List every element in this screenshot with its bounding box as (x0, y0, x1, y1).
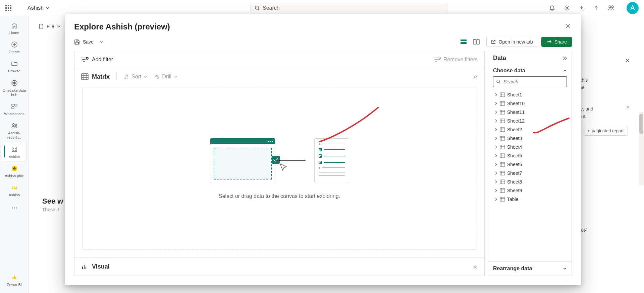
avatar-initial: A (630, 4, 635, 12)
stacked-view-button[interactable] (460, 39, 468, 45)
svg-rect-41 (500, 189, 505, 193)
collapse-visual-button[interactable] (473, 265, 478, 269)
chevron-right-icon (494, 128, 498, 131)
data-table-item[interactable]: Sheet7 (488, 169, 572, 177)
table-icon (500, 179, 505, 184)
report-icon (11, 184, 18, 192)
rearrange-data-header[interactable]: Rearrange data (488, 261, 572, 276)
chevron-right-icon (494, 119, 498, 123)
close-icon (565, 23, 571, 29)
onelake-icon (11, 79, 18, 87)
table-icon (500, 101, 505, 106)
share-button[interactable]: Share (541, 37, 572, 47)
svg-rect-39 (500, 171, 505, 175)
app-launcher-icon[interactable] (5, 5, 11, 11)
workspace-dropdown[interactable]: Ashish (28, 5, 50, 11)
view-toggle (460, 39, 480, 45)
add-filter-button[interactable]: Add filter (81, 57, 113, 63)
table-icon (500, 197, 505, 202)
nav-item-ashish-model[interactable]: Ashish (2, 143, 26, 161)
nav-item-ashish-report[interactable]: Ashish (2, 181, 26, 199)
create-paginated-report-button[interactable]: e paginated report (584, 126, 628, 136)
split-layout-icon (473, 39, 480, 45)
svg-rect-36 (500, 145, 505, 149)
canvas-drop-area[interactable]: Select or drag data to the canvas to sta… (83, 88, 476, 249)
chevron-right-icon (494, 180, 498, 184)
table-icon (500, 188, 505, 193)
data-table-item[interactable]: Sheet3 (488, 134, 572, 143)
nav-more[interactable] (2, 202, 26, 215)
left-nav-rail: Home Create Browse OneLake data hub Work… (0, 16, 29, 293)
svg-rect-11 (12, 147, 17, 152)
double-chevron-right-icon[interactable] (562, 56, 567, 61)
svg-point-9 (12, 124, 14, 126)
collapse-section-button[interactable] (473, 74, 478, 79)
save-button[interactable]: Save (74, 39, 103, 45)
data-table-item[interactable]: Sheet11 (488, 108, 572, 117)
svg-rect-30 (500, 93, 505, 97)
table-icon (500, 92, 505, 97)
table-icon (500, 119, 505, 123)
data-table-item[interactable]: Sheet1 (488, 90, 572, 99)
data-search-field[interactable] (503, 79, 564, 84)
nav-powerbi[interactable]: Power BI (2, 271, 26, 289)
split-view-button[interactable] (472, 39, 480, 45)
scrollbar[interactable] (639, 112, 644, 186)
modal-close-button[interactable] (564, 22, 572, 30)
workspace-name: Ashish (28, 5, 44, 11)
data-table-item[interactable]: Sheet10 (488, 99, 572, 108)
header-actions: A (549, 2, 639, 14)
double-chevron-up-icon (473, 74, 478, 79)
open-new-tab-button[interactable]: Open in new tab (486, 37, 537, 47)
help-icon[interactable] (593, 5, 600, 11)
nav-item-pbix[interactable]: Ashish.pbix (2, 162, 26, 180)
nav-item-report[interactable]: Ashish-report-... (2, 120, 26, 142)
nav-home[interactable]: Home (2, 19, 26, 37)
data-table-item[interactable]: Sheet4 (488, 143, 572, 151)
see-what-section: See w These it (42, 197, 63, 212)
data-table-item[interactable]: Sheet12 (488, 117, 572, 125)
data-table-name: Table (507, 197, 518, 202)
nav-create[interactable]: Create (2, 39, 26, 56)
data-table-item[interactable]: Sheet2 (488, 125, 572, 134)
profile-switcher-icon[interactable] (608, 5, 614, 11)
visual-type-label[interactable]: Matrix (81, 73, 110, 80)
settings-icon[interactable] (564, 5, 570, 11)
file-menu[interactable]: File (34, 21, 65, 31)
svg-point-2 (609, 6, 611, 8)
table-icon (500, 127, 505, 132)
data-table-item[interactable]: Sheet6 (488, 160, 572, 169)
chevron-right-icon (494, 198, 498, 201)
data-table-item[interactable]: Sheet8 (488, 177, 572, 186)
data-table-name: Sheet2 (507, 127, 522, 132)
plus-circle-icon (11, 41, 18, 49)
nav-onelake[interactable]: OneLake data hub (2, 77, 26, 99)
account-avatar[interactable]: A (627, 2, 639, 14)
global-search[interactable]: Search (250, 3, 448, 13)
visual-section-header[interactable]: Visual (74, 258, 484, 276)
filter-bar: Add filter Remove filters (74, 51, 484, 68)
download-icon[interactable] (578, 5, 585, 11)
nav-browse[interactable]: Browse (2, 58, 26, 75)
chevron-right-icon (494, 93, 498, 96)
card-close-button[interactable]: ✕ (625, 57, 630, 64)
data-table-item[interactable]: Table (488, 195, 572, 204)
data-table-item[interactable]: Sheet5 (488, 151, 572, 160)
svg-rect-25 (477, 40, 479, 44)
data-table-name: Sheet9 (507, 188, 522, 193)
svg-rect-37 (500, 154, 505, 158)
choose-data-header[interactable]: Choose data (488, 65, 572, 76)
bar-chart-icon (81, 264, 88, 270)
chevron-right-icon (494, 137, 498, 140)
notifications-icon[interactable] (549, 5, 555, 11)
app-header: Ashish Search A (0, 0, 644, 16)
data-table-name: Sheet4 (507, 144, 522, 150)
data-search-input[interactable] (493, 76, 567, 87)
data-table-item[interactable]: Sheet9 (488, 186, 572, 195)
data-table-name: Sheet7 (507, 170, 522, 176)
chevron-right-icon (494, 154, 498, 157)
chevron-down-icon (563, 267, 567, 271)
search-icon (255, 5, 260, 11)
nav-workspaces[interactable]: Workspaces (2, 100, 26, 118)
matrix-toolbar: Matrix Sort Drill (74, 68, 484, 85)
